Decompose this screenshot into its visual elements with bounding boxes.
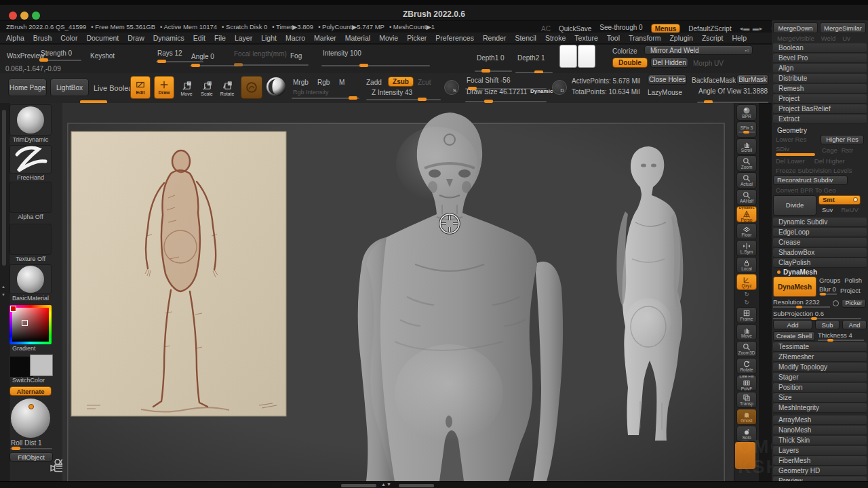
panel-section-project-basrelief[interactable]: Project BasRelief bbox=[773, 104, 867, 114]
colorize-toggle[interactable]: Colorize bbox=[612, 47, 637, 55]
edit-mode-button[interactable]: Edit bbox=[130, 76, 151, 99]
angle-slider-label[interactable]: Angle 0 bbox=[191, 53, 214, 60]
scale-mode-button[interactable]: S Scale bbox=[197, 77, 216, 99]
shelf-scroll-button[interactable]: Scroll bbox=[736, 138, 757, 155]
draw-size-slider-label[interactable]: Draw Size 46.17211 bbox=[467, 88, 527, 96]
roll-dist-slider-label[interactable]: Roll Dist 1 bbox=[11, 439, 42, 447]
panel-section-claypolish[interactable]: ClayPolish bbox=[773, 258, 867, 268]
angle-of-view-slider-label[interactable]: Angle Of View 31.3888 bbox=[698, 87, 768, 95]
left-tray-scrollbar[interactable]: ▲ ▼ bbox=[0, 103, 9, 488]
panel-section-meshintegrity[interactable]: MeshIntegrity bbox=[773, 403, 867, 413]
menu-macro[interactable]: Macro bbox=[285, 34, 305, 42]
shelf-sfix-3-button[interactable]: SFix 3 bbox=[736, 121, 757, 138]
mrgb-toggle[interactable]: Mrgb bbox=[293, 79, 309, 86]
shelf-solo-button[interactable]: Solo bbox=[736, 426, 757, 442]
shelf-zoom3d-button[interactable]: Zoom3D bbox=[736, 341, 757, 357]
panel-section-remesh[interactable]: Remesh bbox=[773, 84, 867, 94]
subprojection-slider[interactable]: SubProjection 0.6 bbox=[773, 310, 861, 319]
panel-section-distribute[interactable]: Distribute bbox=[773, 74, 867, 83]
strength-slider-label[interactable]: Strength 0 bbox=[41, 49, 72, 57]
shelf-local-button[interactable]: Local bbox=[736, 257, 757, 273]
home-page-button[interactable]: Home Page bbox=[8, 79, 47, 96]
boolean-and-toggle[interactable]: And bbox=[842, 320, 867, 329]
close-holes-button[interactable]: Close Holes bbox=[648, 75, 687, 85]
basicmaterial-thumbnail[interactable] bbox=[9, 264, 52, 294]
menu-texture[interactable]: Texture bbox=[574, 34, 597, 42]
move-mode-button[interactable]: M Move bbox=[177, 77, 196, 99]
panel-section-geometry-hd[interactable]: Geometry HD bbox=[773, 466, 867, 476]
gradient-color-picker[interactable]: Gradient bbox=[9, 305, 52, 352]
menu-file[interactable]: File bbox=[214, 34, 226, 42]
menu-marker[interactable]: Marker bbox=[314, 34, 336, 42]
bottom-divider-arrows[interactable]: ▲▼ bbox=[381, 482, 392, 487]
bottom-divider-handle-right[interactable] bbox=[399, 484, 434, 487]
z-intensity-slider-label[interactable]: Z Intensity 43 bbox=[372, 89, 412, 96]
see-through-slider[interactable]: See-through 0 bbox=[599, 24, 642, 33]
menu-material[interactable]: Material bbox=[345, 34, 370, 42]
tray-item-freehand[interactable]: FreeHand bbox=[9, 145, 52, 181]
texture-swatch-1[interactable] bbox=[559, 45, 577, 68]
panel-section-project[interactable]: Project bbox=[773, 94, 867, 104]
del-hidden-button[interactable]: Del Hidden bbox=[650, 58, 688, 68]
dynamesh-button[interactable]: DynaMesh bbox=[773, 277, 816, 297]
texture-off-thumbnail[interactable] bbox=[9, 224, 52, 255]
depth2-slider-label[interactable]: Depth2 1 bbox=[517, 54, 545, 62]
intensity-slider[interactable] bbox=[321, 65, 430, 66]
panel-section-position[interactable]: Position bbox=[773, 383, 867, 392]
texture-swatch-2[interactable] bbox=[578, 45, 595, 68]
higher-res-button[interactable]: Higher Res bbox=[821, 135, 864, 144]
shelf-spin-toggle[interactable]: ↻ bbox=[736, 299, 757, 306]
menu-color[interactable]: Color bbox=[60, 34, 77, 42]
trimdynamic-thumbnail[interactable] bbox=[9, 104, 52, 136]
rgb-toggle[interactable]: Rgb bbox=[317, 79, 330, 86]
resolution-mode-dot[interactable] bbox=[833, 300, 839, 306]
m-toggle[interactable]: M bbox=[339, 79, 344, 86]
panel-section-nanomesh[interactable]: NanoMesh bbox=[773, 426, 867, 435]
panel-section-align[interactable]: Align bbox=[773, 64, 867, 73]
tray-item-alpha-off[interactable]: Alpha Off bbox=[9, 182, 52, 220]
intensity-slider-label[interactable]: Intensity 100 bbox=[323, 49, 361, 57]
shelf-l-sym-button[interactable]: L.Sym bbox=[736, 240, 757, 256]
picker-button[interactable]: Picker bbox=[842, 299, 866, 308]
panel-section-shadowbox[interactable]: ShadowBox bbox=[773, 248, 867, 258]
reconstruct-subdiv-button[interactable]: Reconstruct Subdiv bbox=[773, 176, 848, 185]
shelf-spin-toggle[interactable]: ↻ bbox=[736, 291, 757, 298]
z-intensity-slider[interactable] bbox=[366, 99, 441, 100]
default-zscript-button[interactable]: DefaultZScript bbox=[688, 25, 731, 33]
shelf-polyf-button[interactable]: Line FillPolyF bbox=[736, 375, 757, 391]
merge-down-button[interactable]: MergeDown bbox=[773, 22, 818, 33]
create-shell-button[interactable]: Create Shell bbox=[773, 331, 815, 341]
menu-stroke[interactable]: Stroke bbox=[545, 34, 566, 42]
panel-section-dynamic-subdiv[interactable]: Dynamic Subdiv bbox=[773, 218, 867, 227]
draw-mode-button[interactable]: Draw bbox=[154, 76, 174, 99]
menu-document[interactable]: Document bbox=[86, 34, 119, 42]
menu-transform[interactable]: Transform bbox=[629, 34, 660, 42]
rays-slider-label[interactable]: Rays 12 bbox=[157, 49, 182, 57]
menu-draw[interactable]: Draw bbox=[127, 34, 144, 42]
keyshot-button[interactable]: Keyshot bbox=[90, 52, 115, 60]
gradient-sv-square[interactable] bbox=[12, 308, 49, 342]
double-toggle[interactable]: Double bbox=[612, 58, 648, 68]
fill-object-button[interactable]: FillObject bbox=[9, 452, 53, 462]
suv-toggle[interactable]: Suv bbox=[822, 206, 833, 214]
shelf-ghost-button[interactable]: Ghost bbox=[736, 409, 757, 425]
panel-section-tessimate[interactable]: Tessimate bbox=[773, 342, 867, 352]
freehand-thumbnail[interactable] bbox=[9, 145, 52, 174]
panel-section-modify-topology[interactable]: Modify Topology bbox=[773, 363, 867, 372]
panel-section-bevel-pro[interactable]: Bevel Pro bbox=[773, 54, 867, 63]
panel-section-edgeloop[interactable]: EdgeLoop bbox=[773, 228, 867, 237]
resolution-slider[interactable]: Resolution 2232 bbox=[773, 298, 830, 308]
dynamesh-project-toggle[interactable]: Project bbox=[840, 287, 861, 294]
shelf-frame-button[interactable]: Frame bbox=[736, 307, 757, 323]
tray-item-basicmaterial[interactable]: BasicMaterial bbox=[9, 264, 52, 302]
panel-section-boolean[interactable]: Boolean bbox=[773, 43, 867, 53]
divide-button[interactable]: Divide bbox=[773, 195, 816, 216]
tray-item-texture-off[interactable]: Texture Off bbox=[9, 224, 52, 262]
left-tray-scroll-handle[interactable] bbox=[2, 110, 6, 266]
secondary-color-swatch[interactable] bbox=[30, 354, 53, 376]
menu-tool[interactable]: Tool bbox=[607, 34, 620, 42]
menu-stencil[interactable]: Stencil bbox=[515, 34, 536, 42]
quicksave-button[interactable]: QuickSave bbox=[559, 25, 591, 33]
panel-section-fibermesh[interactable]: FiberMesh bbox=[773, 456, 867, 466]
wax-preview-toggle[interactable]: WaxPreview bbox=[7, 52, 44, 60]
